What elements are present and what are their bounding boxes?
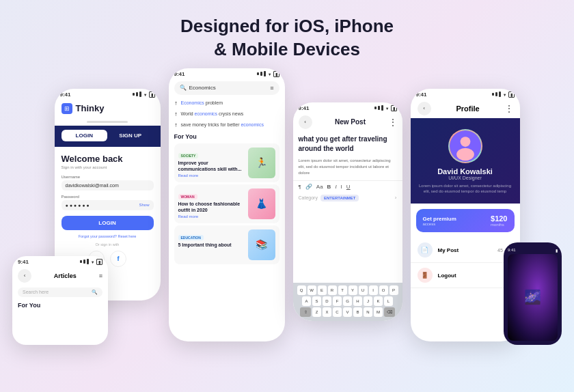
articles-search[interactable]: Search here 🔍 <box>18 288 102 297</box>
dark-phone-content: 9:41 ▮ 🌌 <box>504 242 562 345</box>
key-j[interactable]: J <box>364 296 372 306</box>
key-v[interactable]: V <box>343 307 352 317</box>
card-img-1: 🏃 <box>248 148 275 178</box>
logout-icon: 🚪 <box>418 268 433 283</box>
search-bar[interactable]: 🔍 Economics ≡ <box>174 81 279 95</box>
card-img-3: 📚 <box>248 229 275 260</box>
key-a[interactable]: A <box>302 296 311 306</box>
phone-articles: 9:41 ▾ ▮ ‹ Articles ≡ Search here 🔍 For … <box>12 256 108 345</box>
keyboard[interactable]: Q W E R T Y U I O P A S D F G H J K L <box>293 283 402 321</box>
card-society-content: SOCIETY Improve your communications skil… <box>178 148 244 178</box>
underline-icon[interactable]: U <box>346 184 351 190</box>
articles-filter[interactable]: ≡ <box>99 272 102 279</box>
key-e[interactable]: E <box>318 285 327 295</box>
key-b[interactable]: B <box>353 307 362 317</box>
read-more-2[interactable]: Read more <box>178 214 244 219</box>
username-value: davidkowalski@mail.com <box>66 183 119 188</box>
category-badge[interactable]: ENTERTAINMET <box>320 195 359 201</box>
key-h[interactable]: H <box>353 296 362 306</box>
signal1 <box>133 93 135 96</box>
articles-back[interactable]: ‹ <box>18 269 31 283</box>
back-button[interactable]: ‹ <box>299 115 312 129</box>
status-icons-search: ▾ ▮ <box>257 71 279 77</box>
np-s3 <box>381 105 383 111</box>
art-s3 <box>87 259 89 264</box>
profile-header-bar: ‹ Profile ⋮ <box>411 99 520 118</box>
reset-link[interactable]: Reset here <box>118 234 136 238</box>
arrow-icon-1: ↗ <box>173 100 180 107</box>
key-w[interactable]: W <box>308 285 316 295</box>
profile-more-btn[interactable]: ⋮ <box>505 104 513 113</box>
filter-icon[interactable]: ≡ <box>270 85 273 92</box>
status-time-articles: 9:41 <box>18 259 29 265</box>
bold-icon[interactable]: B <box>327 184 331 190</box>
key-p[interactable]: P <box>390 285 398 295</box>
suggestion-1[interactable]: ↗ Economics problem <box>169 98 285 109</box>
wifi-icon-art: ▾ <box>92 260 94 264</box>
pilcrow-icon[interactable]: ¶ <box>299 184 301 190</box>
key-o[interactable]: O <box>379 285 388 295</box>
italic-u-icon[interactable]: I <box>341 184 342 190</box>
premium-period: months <box>491 223 507 227</box>
font-size-icon[interactable]: Aa <box>316 184 323 190</box>
key-row-2: A S D F G H J K L <box>296 296 400 306</box>
suggestion-3[interactable]: ↗ save money tricks for better economics <box>169 120 285 130</box>
key-m[interactable]: M <box>374 307 383 317</box>
premium-card[interactable]: Get premium access $120 months <box>416 209 515 232</box>
facebook-btn[interactable]: f <box>110 251 126 267</box>
tag-education: EDUCATION <box>178 235 204 240</box>
battery-np: ▮ <box>391 105 397 111</box>
key-y[interactable]: Y <box>348 285 357 295</box>
key-r[interactable]: R <box>328 285 337 295</box>
password-input[interactable]: ● ● ● ● ● ● Show <box>62 200 154 210</box>
key-f[interactable]: F <box>333 296 342 306</box>
link-icon[interactable]: 🔗 <box>305 184 312 190</box>
tag-society: SOCIETY <box>178 153 199 158</box>
read-more-1[interactable]: Read more <box>178 173 244 178</box>
key-t[interactable]: T <box>338 285 347 295</box>
s1 <box>257 72 259 75</box>
show-password-btn[interactable]: Show <box>139 203 149 207</box>
key-g[interactable]: G <box>343 296 352 306</box>
s3 <box>264 71 266 76</box>
articles-nav-title: Articles <box>31 272 99 279</box>
login-button[interactable]: LOGIN <box>62 216 154 230</box>
key-i[interactable]: I <box>369 285 378 295</box>
premium-text: Get premium access <box>423 216 456 226</box>
key-k[interactable]: K <box>374 296 383 306</box>
key-n[interactable]: N <box>364 307 372 317</box>
username-input[interactable]: davidkowalski@mail.com <box>62 180 154 191</box>
status-bar-newpost: 9:41 ▾ ▮ <box>293 102 402 113</box>
key-z[interactable]: Z <box>312 307 321 317</box>
password-label: Password <box>62 195 154 199</box>
key-q[interactable]: Q <box>297 285 306 295</box>
status-time-newpost: 9:41 <box>299 105 310 111</box>
status-time-profile: 9:41 <box>416 92 427 98</box>
pr-s1 <box>492 93 494 96</box>
key-l[interactable]: L <box>384 296 393 306</box>
key-x[interactable]: X <box>323 307 331 317</box>
np-s1 <box>374 107 377 109</box>
key-delete[interactable]: ⌫ <box>384 307 395 317</box>
profile-role: UI/UX Designer <box>448 176 482 180</box>
battery-icon: ▮ <box>149 92 155 98</box>
profile-back-btn[interactable]: ‹ <box>418 102 431 115</box>
card-society-title: Improve your communications skill with..… <box>178 160 244 172</box>
wifi-icon: ▾ <box>144 92 146 97</box>
suggestion-2[interactable]: ↗ World economics crysis news <box>169 109 285 120</box>
italic-icon[interactable]: I <box>335 184 336 190</box>
key-c[interactable]: C <box>333 307 342 317</box>
category-chevron[interactable]: › <box>395 195 397 201</box>
key-shift[interactable]: ⇧ <box>300 307 311 317</box>
signal3 <box>139 92 141 97</box>
search-input-value: Economics <box>189 85 268 91</box>
key-s[interactable]: S <box>312 296 321 306</box>
key-u[interactable]: U <box>359 285 368 295</box>
more-button[interactable]: ⋮ <box>389 117 397 127</box>
for-you-title: For You <box>169 130 285 141</box>
key-d[interactable]: D <box>323 296 331 306</box>
signup-tab[interactable]: SIGN UP <box>107 130 154 141</box>
card-woman-title: How to choose fashionable outfit in 2020 <box>178 201 244 213</box>
post-body[interactable]: Lorem ipsum dolor sit amet, consectetur … <box>293 156 402 180</box>
login-tab[interactable]: LOGIN <box>62 130 108 141</box>
